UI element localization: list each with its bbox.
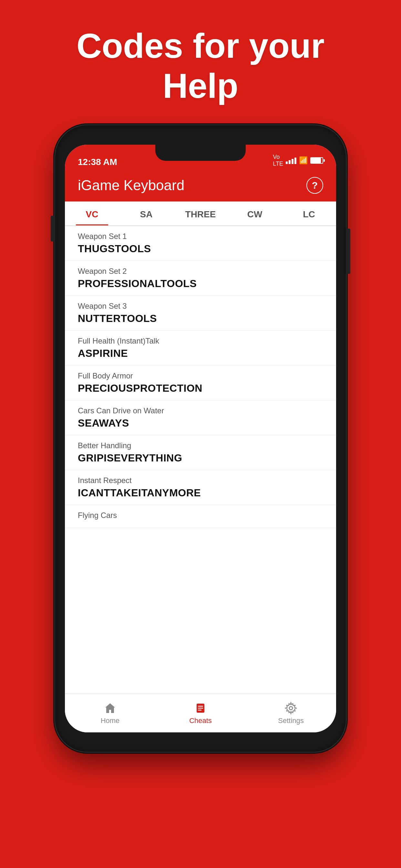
nav-label-cheats: Cheats — [189, 717, 212, 725]
cheat-item-1[interactable]: Weapon Set 2 PROFESSIONALTOOLS — [65, 261, 336, 296]
cheat-item-4[interactable]: Full Body Armor PRECIOUSPROTECTION — [65, 366, 336, 400]
cheat-label-7: Instant Respect — [78, 476, 323, 485]
settings-icon — [284, 702, 297, 715]
svg-point-4 — [289, 707, 292, 710]
nav-item-settings[interactable]: Settings — [246, 702, 336, 725]
nav-item-cheats[interactable]: Cheats — [155, 702, 246, 725]
cheat-code-1: PROFESSIONALTOOLS — [78, 278, 323, 290]
tab-vc[interactable]: VC — [65, 202, 119, 225]
vo-lte-icon: VoLTE — [273, 154, 283, 167]
tab-sa[interactable]: SA — [119, 202, 174, 225]
help-icon: ? — [312, 180, 318, 191]
app-header: iGame Keyboard ? — [65, 170, 336, 202]
cheat-label-0: Weapon Set 1 — [78, 232, 323, 241]
cheat-label-1: Weapon Set 2 — [78, 267, 323, 276]
home-icon — [104, 702, 117, 715]
nav-label-home: Home — [101, 717, 120, 725]
status-time: 12:38 AM — [78, 157, 117, 167]
cheat-item-5[interactable]: Cars Can Drive on Water SEAWAYS — [65, 400, 336, 435]
cheat-list: Weapon Set 1 THUGSTOOLS Weapon Set 2 PRO… — [65, 226, 336, 693]
cheat-item-3[interactable]: Full Health (Instant)Talk ASPIRINE — [65, 331, 336, 366]
cheat-code-6: GRIPISEVERYTHING — [78, 452, 323, 464]
signal-bars-icon — [286, 157, 297, 164]
help-button[interactable]: ? — [306, 177, 323, 194]
wifi-icon: 📶 — [299, 156, 308, 165]
nav-item-home[interactable]: Home — [65, 702, 155, 725]
bottom-nav: Home Cheats Settings — [65, 693, 336, 733]
phone-container: 12:38 AM VoLTE 📶 iGame — [49, 125, 352, 868]
cheat-code-0: THUGSTOOLS — [78, 243, 323, 255]
nav-label-settings: Settings — [278, 717, 304, 725]
cheat-item-6[interactable]: Better Handling GRIPISEVERYTHING — [65, 435, 336, 470]
cheats-icon — [194, 702, 207, 715]
cheat-label-3: Full Health (Instant)Talk — [78, 337, 323, 345]
phone-screen: 12:38 AM VoLTE 📶 iGame — [65, 145, 336, 733]
cheat-item-7[interactable]: Instant Respect ICANTTAKEITANYMORE — [65, 470, 336, 505]
phone-outer: 12:38 AM VoLTE 📶 iGame — [55, 125, 346, 752]
cheat-code-2: NUTTERTOOLS — [78, 313, 323, 324]
cheat-label-4: Full Body Armor — [78, 371, 323, 380]
cheat-code-5: SEAWAYS — [78, 417, 323, 429]
cheat-code-3: ASPIRINE — [78, 347, 323, 360]
cheat-label-2: Weapon Set 3 — [78, 302, 323, 311]
app-title: iGame Keyboard — [78, 177, 184, 193]
page-title: Codes for your Help — [13, 26, 388, 106]
cheat-code-7: ICANTTAKEITANYMORE — [78, 487, 323, 499]
cheat-label-8: Flying Cars — [78, 511, 323, 520]
page-header: Codes for your Help — [0, 0, 401, 125]
cheat-code-4: PRECIOUSPROTECTION — [78, 382, 323, 394]
cheat-label-5: Cars Can Drive on Water — [78, 406, 323, 415]
status-icons: VoLTE 📶 — [273, 154, 323, 167]
tab-lc[interactable]: LC — [282, 202, 336, 225]
cheat-item-8[interactable]: Flying Cars — [65, 505, 336, 528]
tab-cw[interactable]: CW — [227, 202, 282, 225]
cheat-item-2[interactable]: Weapon Set 3 NUTTERTOOLS — [65, 296, 336, 331]
notch — [155, 145, 246, 161]
tabs-bar: VC SA THREE CW LC — [65, 202, 336, 226]
cheat-item-0[interactable]: Weapon Set 1 THUGSTOOLS — [65, 226, 336, 261]
cheat-label-6: Better Handling — [78, 441, 323, 450]
battery-icon — [310, 157, 323, 164]
tab-three[interactable]: THREE — [174, 202, 227, 225]
